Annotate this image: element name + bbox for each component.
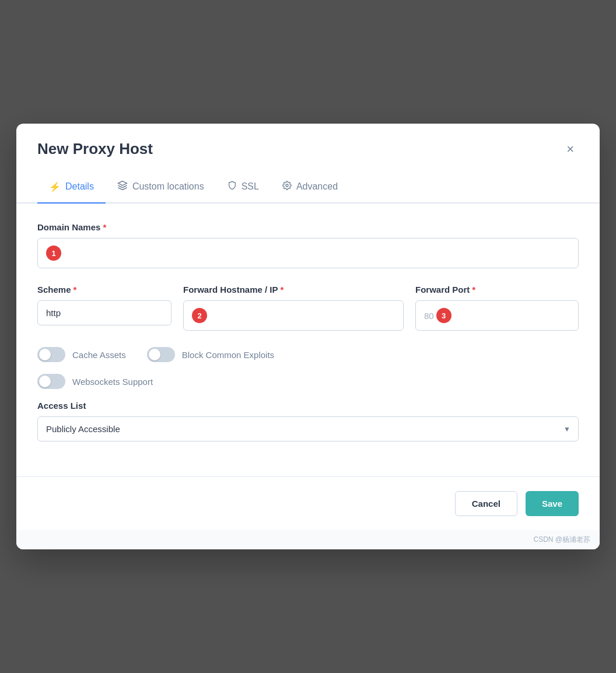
domain-names-label: Domain Names * xyxy=(37,222,579,232)
tab-advanced[interactable]: Advanced xyxy=(271,170,349,204)
forward-hostname-input-wrapper[interactable]: 2 xyxy=(183,300,404,331)
forward-port-field: Forward Port * 80 3 xyxy=(415,285,579,331)
forward-port-placeholder: 80 xyxy=(424,311,434,321)
forward-port-label: Forward Port * xyxy=(415,285,579,295)
close-button[interactable]: × xyxy=(562,141,579,158)
modal-header: New Proxy Host × xyxy=(16,124,600,170)
access-list-label: Access List xyxy=(37,401,579,411)
tab-bar: ⚡ Details Custom locations SSL Advanced xyxy=(16,170,600,204)
row-scheme-hostname-port: Scheme * Forward Hostname / IP * 2 xyxy=(37,285,579,331)
cache-assets-toggle[interactable] xyxy=(37,347,65,362)
tab-advanced-label: Advanced xyxy=(296,181,338,192)
websockets-toggle[interactable] xyxy=(37,374,65,389)
block-exploits-toggle[interactable] xyxy=(147,347,175,362)
domain-names-badge: 1 xyxy=(46,246,61,261)
toggle-row-1: Cache Assets Block Common Exploits xyxy=(37,347,579,362)
forward-hostname-badge: 2 xyxy=(192,308,207,323)
domain-names-field: Domain Names * 1 xyxy=(37,222,579,268)
cache-assets-toggle-item: Cache Assets xyxy=(37,347,126,362)
cache-assets-label: Cache Assets xyxy=(72,350,126,360)
websockets-toggle-item: Websockets Support xyxy=(37,374,153,389)
tab-custom-locations-label: Custom locations xyxy=(132,181,204,192)
forward-hostname-field: Forward Hostname / IP * 2 xyxy=(183,285,404,331)
tab-details[interactable]: ⚡ Details xyxy=(37,170,106,204)
access-list-field: Access List Publicly Accessible ▼ xyxy=(37,401,579,441)
block-exploits-thumb xyxy=(149,349,160,360)
access-list-select[interactable]: Publicly Accessible xyxy=(37,416,579,441)
websockets-thumb xyxy=(39,376,51,387)
block-exploits-toggle-item: Block Common Exploits xyxy=(147,347,274,362)
modal-overlay[interactable]: New Proxy Host × ⚡ Details Custom locati… xyxy=(0,0,616,673)
forward-hostname-label: Forward Hostname / IP * xyxy=(183,285,404,295)
modal-body: Domain Names * 1 Scheme * xyxy=(16,204,600,476)
bolt-icon: ⚡ xyxy=(49,181,61,192)
save-button[interactable]: Save xyxy=(526,491,579,516)
gear-icon xyxy=(282,181,292,192)
scheme-field: Scheme * xyxy=(37,285,172,331)
svg-point-1 xyxy=(286,184,288,187)
access-list-select-wrapper: Publicly Accessible ▼ xyxy=(37,416,579,441)
tab-details-label: Details xyxy=(65,181,94,192)
domain-names-input-wrapper[interactable]: 1 xyxy=(37,238,579,268)
toggle-row-2: Websockets Support xyxy=(37,374,579,389)
modal-title: New Proxy Host xyxy=(37,140,153,158)
scheme-label: Scheme * xyxy=(37,285,172,295)
scheme-input[interactable] xyxy=(37,300,172,325)
shield-icon xyxy=(228,181,237,192)
layers-icon xyxy=(117,180,128,193)
modal-dialog: New Proxy Host × ⚡ Details Custom locati… xyxy=(16,124,600,549)
watermark: CSDN @杨浦老苏 xyxy=(16,530,600,549)
tab-ssl-label: SSL xyxy=(242,181,259,192)
tab-ssl[interactable]: SSL xyxy=(216,170,271,204)
modal-footer: Cancel Save xyxy=(16,476,600,530)
forward-port-badge: 3 xyxy=(436,308,452,323)
svg-marker-0 xyxy=(118,181,127,186)
required-marker: * xyxy=(103,222,106,232)
tab-custom-locations[interactable]: Custom locations xyxy=(106,170,216,204)
cancel-button[interactable]: Cancel xyxy=(455,491,517,516)
forward-port-input-wrapper[interactable]: 80 3 xyxy=(415,300,579,331)
block-exploits-label: Block Common Exploits xyxy=(182,350,274,360)
cache-assets-thumb xyxy=(39,349,51,360)
websockets-label: Websockets Support xyxy=(72,377,153,387)
